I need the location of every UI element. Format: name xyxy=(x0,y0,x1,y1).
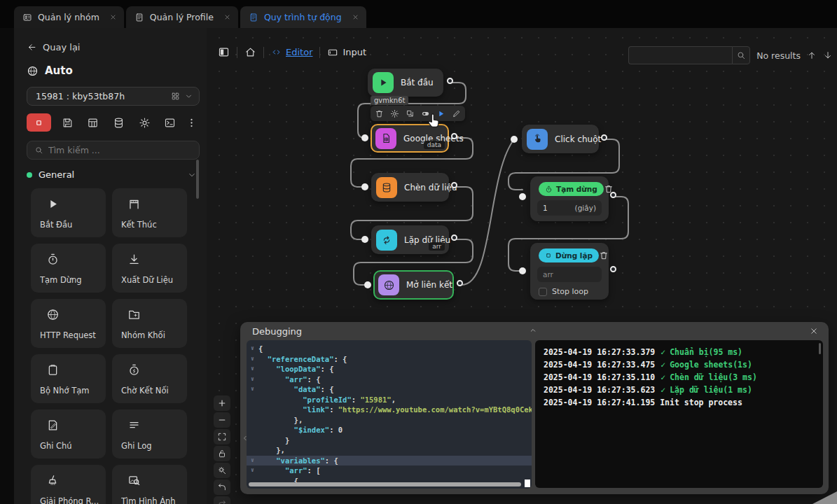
find-next-button[interactable] xyxy=(823,50,833,60)
find-search-button[interactable] xyxy=(732,46,750,64)
save-button[interactable] xyxy=(55,113,81,132)
output-port[interactable] xyxy=(451,234,457,241)
doc-icon xyxy=(134,13,144,22)
input-port[interactable] xyxy=(361,183,368,190)
palette-block[interactable]: HTTP Request xyxy=(31,299,106,348)
image-search-icon xyxy=(127,474,141,487)
pencil-button[interactable] xyxy=(452,109,461,118)
palette-block[interactable]: Ghi Log xyxy=(112,410,187,458)
horizontal-scrollbar[interactable] xyxy=(249,482,521,486)
node-google-sheets[interactable]: Google sheets data xyxy=(371,124,449,153)
find-input[interactable] xyxy=(628,46,732,64)
panel-toggle-button[interactable] xyxy=(218,46,230,58)
debug-panel: Debugging ∨{∨"referenceData": {∨"loopDat… xyxy=(240,322,829,494)
tab-2[interactable]: Quản lý Profile xyxy=(126,6,238,28)
search-input[interactable] xyxy=(48,145,192,155)
input-tab[interactable]: Input xyxy=(327,47,366,58)
database-button[interactable] xyxy=(106,113,132,132)
log-scrollbar[interactable] xyxy=(819,343,821,354)
search-settings-button[interactable] xyxy=(214,463,230,478)
node-open-link[interactable]: Mở liên kết xyxy=(373,270,454,300)
run-button[interactable] xyxy=(436,109,445,118)
output-port[interactable] xyxy=(610,192,616,198)
plus-button[interactable] xyxy=(214,396,230,411)
output-port[interactable] xyxy=(451,182,457,188)
tab-3[interactable]: Quy trình tự động xyxy=(240,6,366,28)
palette-block[interactable]: Bắt Đầu xyxy=(31,188,106,237)
home-icon xyxy=(244,46,256,58)
input-port[interactable] xyxy=(519,193,526,200)
back-button[interactable]: Quay lại xyxy=(27,41,200,53)
chevron-down-icon[interactable] xyxy=(187,170,197,180)
input-port[interactable] xyxy=(511,136,518,143)
stop-loop-variable-field[interactable]: arr xyxy=(537,267,602,282)
output-port[interactable] xyxy=(451,133,457,139)
workflow-canvas[interactable]: Editor Input No results Bắt đầu gvmkn6t … xyxy=(207,28,837,504)
palette-block[interactable]: Tạm Dừng xyxy=(31,244,106,293)
close-icon[interactable] xyxy=(223,13,231,21)
redo-button[interactable] xyxy=(214,496,230,504)
palette-block[interactable]: Ghi Chú xyxy=(31,410,106,458)
stop-loop-pill-button[interactable]: Dừng lặp xyxy=(539,248,599,262)
palette-block[interactable]: Kết Thúc xyxy=(112,188,187,237)
palette-block[interactable]: Giải Phóng R... xyxy=(31,465,106,504)
node-start[interactable]: Bắt đầu xyxy=(368,69,443,97)
editor-tab[interactable]: Editor xyxy=(271,47,312,57)
gear-button[interactable] xyxy=(132,113,158,132)
sidebar-scrollbar[interactable] xyxy=(196,160,199,199)
gear-button[interactable] xyxy=(390,109,399,118)
pause-unit: (giây) xyxy=(575,204,596,212)
palette-block[interactable]: Tìm Hình Ảnh xyxy=(112,465,187,504)
group-header[interactable]: General xyxy=(27,169,200,180)
duplicate-button[interactable] xyxy=(406,109,415,118)
input-port[interactable] xyxy=(364,281,371,288)
trash-icon[interactable] xyxy=(599,251,609,260)
palette-block[interactable]: Bộ Nhớ Tạm xyxy=(31,354,106,403)
undo-button[interactable] xyxy=(214,479,230,495)
node-pause[interactable]: Tạm dừng 1 (giây) xyxy=(530,176,609,221)
node-stop-loop[interactable]: Dừng lặp arr Stop loop xyxy=(530,243,609,300)
code-icon xyxy=(271,47,282,57)
gear-icon xyxy=(390,109,399,118)
stop-button[interactable] xyxy=(27,113,51,132)
profile-dropdown[interactable]: 15981 : kby53tb87h xyxy=(27,87,200,106)
input-port[interactable] xyxy=(361,134,368,141)
node-loop-data[interactable]: Lặp dữ liệu arr xyxy=(371,225,449,254)
log-lines-icon xyxy=(127,419,181,432)
home-button[interactable] xyxy=(244,46,256,58)
stop-loop-checkbox[interactable] xyxy=(539,288,547,296)
toggle-button[interactable] xyxy=(421,109,430,118)
palette-block[interactable]: Chờ Kết Nối xyxy=(112,354,187,403)
close-icon[interactable] xyxy=(809,326,819,336)
debug-log-console[interactable]: 2025-04-19 16:27:33.379✓Chuẩn bị(95 ms)2… xyxy=(535,340,823,488)
node-click-mouse[interactable]: Click chuột xyxy=(522,125,599,153)
lock-open-button[interactable] xyxy=(214,446,230,461)
output-port[interactable] xyxy=(457,280,463,286)
code-line: "profileId": "15981", xyxy=(247,395,532,405)
input-port[interactable] xyxy=(519,267,526,274)
minus-button[interactable] xyxy=(214,412,230,428)
tab-1[interactable]: Quản lý nhóm xyxy=(14,6,124,28)
collapse-panel-icon[interactable] xyxy=(529,326,537,335)
close-icon[interactable] xyxy=(109,13,117,21)
output-port[interactable] xyxy=(601,134,607,141)
input-port[interactable] xyxy=(361,236,368,243)
kebab-button[interactable] xyxy=(183,113,200,132)
code-line: ∨{ xyxy=(247,344,532,354)
output-port[interactable] xyxy=(447,78,453,84)
palette-block[interactable]: Xuất Dữ Liệu xyxy=(112,244,187,293)
palette-block[interactable]: Nhóm Khối xyxy=(112,299,187,348)
fit-button[interactable] xyxy=(214,429,230,444)
input-icon xyxy=(327,47,338,58)
node-insert-data[interactable]: Chèn dữ liệu xyxy=(371,173,449,202)
table-button[interactable] xyxy=(80,113,106,132)
stop-icon xyxy=(34,118,43,127)
find-previous-button[interactable] xyxy=(807,50,817,60)
terminal-button[interactable] xyxy=(158,113,184,132)
pause-pill-button[interactable]: Tạm dừng xyxy=(539,182,604,196)
trash-button[interactable] xyxy=(375,109,384,118)
debug-json-viewer[interactable]: ∨{∨"referenceData": {∨"loopData": {∨"arr… xyxy=(247,340,532,489)
pause-duration-field[interactable]: 1 (giây) xyxy=(537,200,602,216)
close-icon[interactable] xyxy=(352,13,359,21)
output-port[interactable] xyxy=(610,266,616,272)
